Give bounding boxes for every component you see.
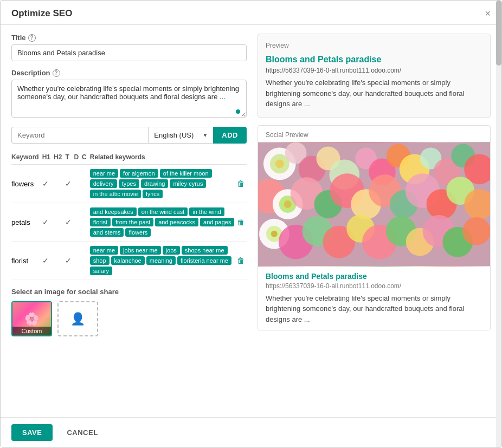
social-preview-image [258, 142, 490, 267]
table-row: flowers ✓ ✓ near mefor algernonof the ki… [11, 165, 247, 203]
preview-label: Preview [266, 42, 482, 49]
custom-image-label: Custom [12, 327, 51, 335]
description-textarea[interactable]: Whether you're celebrating life's specia… [11, 80, 247, 118]
cancel-button[interactable]: CANCEL [58, 424, 106, 441]
check-icon: ✓ [65, 218, 72, 226]
social-image-section: Select an image for social share 🌸 Custo… [11, 288, 247, 336]
title-input[interactable] [11, 44, 247, 61]
h1-cell: ✓ [42, 242, 54, 280]
keyword-tag: shops near me [182, 246, 228, 255]
keyword-tag: in the attic movie [90, 190, 141, 198]
check-icon: ✓ [65, 179, 72, 188]
title-label: Title ? [11, 34, 247, 42]
keyword-cell: florist [11, 242, 42, 280]
tags-cell: near mejobs near mejobsshops near meshop… [90, 242, 237, 280]
col-t: T [65, 151, 74, 165]
language-select[interactable]: English (US) ▼ [148, 127, 213, 144]
table-row: florist ✓ ✓ near mejobs near mejobsshops… [11, 242, 247, 280]
keywords-table: Keyword H1 H2 T D C Related keywords flo… [11, 151, 247, 280]
description-help-icon[interactable]: ? [53, 69, 60, 77]
keyword-tag: shop [90, 256, 110, 265]
check-icon: ✓ [42, 256, 49, 265]
keyword-tag: for algernon [120, 169, 158, 178]
chevron-down-icon: ▼ [202, 132, 208, 138]
keyword-tag: flowers [125, 228, 151, 237]
col-h2: H2 [54, 151, 65, 165]
c-cell [82, 242, 90, 280]
keyword-tag: drawing [141, 179, 169, 188]
custom-image-thumb[interactable]: 🌸 Custom [11, 301, 52, 336]
keyword-tag: jobs near me [120, 246, 161, 255]
h2-cell [54, 242, 65, 280]
d-cell [74, 165, 82, 203]
title-field-group: Title ? [11, 34, 247, 61]
keywords-input-row: English (US) ▼ ADD [11, 127, 247, 144]
delete-icon[interactable]: 🗑 [237, 256, 244, 265]
keyword-tag: on the wind cast [138, 207, 188, 216]
keyword-tag: and peacocks [155, 218, 198, 226]
dialog-footer: SAVE CANCEL [1, 417, 501, 447]
scrollbar-track[interactable] [496, 25, 501, 417]
d-cell [74, 242, 82, 280]
keyword-tag: and pages [200, 218, 234, 226]
description-label: Description ? [11, 69, 247, 77]
keyword-tag: delivery [90, 179, 117, 188]
dialog-body: Title ? Description ? Whether you're cel… [1, 25, 501, 417]
t-cell: ✓ [65, 203, 74, 242]
keyword-tag: from the past [112, 218, 153, 226]
flowers-svg [258, 142, 490, 267]
c-cell [82, 165, 90, 203]
c-cell [82, 203, 90, 242]
social-preview-description: Whether you're celebrating life's specia… [266, 293, 482, 325]
delete-icon[interactable]: 🗑 [237, 218, 244, 226]
check-icon: ✓ [42, 218, 49, 226]
description-field-group: Description ? Whether you're celebrating… [11, 69, 247, 119]
language-value: English (US) [154, 131, 194, 139]
check-icon: ✓ [65, 256, 72, 265]
left-panel: Title ? Description ? Whether you're cel… [11, 34, 247, 408]
add-image-thumb[interactable]: 👤 [57, 301, 98, 336]
col-keyword: Keyword [11, 151, 42, 165]
right-panel: Preview Blooms and Petals paradise https… [258, 34, 491, 408]
social-preview-url: https://56337039-16-0-all.runbot111.odoo… [266, 282, 482, 290]
svg-point-42 [271, 230, 278, 237]
preview-title: Blooms and Petals paradise [266, 55, 482, 64]
keyword-tag: and stems [90, 228, 124, 237]
h2-cell [54, 165, 65, 203]
keyword-tag: miley cyrus [170, 179, 206, 188]
delete-cell: 🗑 [237, 242, 247, 280]
keyword-tag: meaning [146, 256, 176, 265]
h1-cell: ✓ [42, 165, 54, 203]
save-button[interactable]: SAVE [11, 424, 53, 441]
delete-cell: 🗑 [237, 165, 247, 203]
keyword-tag: near me [90, 169, 118, 178]
scrollbar-thumb[interactable] [496, 25, 501, 66]
preview-url: https://56337039-16-0-all.runbot111.odoo… [266, 67, 482, 74]
preview-description: Whether you're celebrating life's specia… [266, 77, 482, 109]
image-thumbnails-row: 🌸 Custom 👤 [11, 301, 247, 336]
delete-icon[interactable]: 🗑 [237, 179, 244, 188]
col-related: Related keywords [90, 151, 237, 165]
textarea-dot [236, 109, 240, 114]
keyword-tag: salary [90, 267, 112, 275]
add-keyword-button[interactable]: ADD [213, 127, 247, 144]
keyword-tag: lyrics [143, 190, 163, 198]
d-cell [74, 203, 82, 242]
social-preview-box: Social Preview [258, 125, 491, 331]
table-row: petals ✓ ✓ and keepsakeson the wind cast… [11, 203, 247, 242]
keyword-input[interactable] [11, 127, 148, 144]
keyword-cell: flowers [11, 165, 42, 203]
keyword-tag: in the wind [189, 207, 224, 216]
dialog-title: Optimize SEO [11, 8, 72, 19]
social-preview-title: Blooms and Petals paradise [266, 272, 482, 281]
svg-point-41 [284, 200, 292, 208]
title-help-icon[interactable]: ? [28, 34, 36, 42]
keyword-tag: of the killer moon [160, 169, 212, 178]
close-button[interactable]: × [485, 9, 491, 18]
col-c: C [82, 151, 90, 165]
svg-point-40 [275, 159, 284, 168]
check-icon: ✓ [42, 179, 49, 188]
delete-cell: 🗑 [237, 203, 247, 242]
svg-point-39 [462, 217, 490, 245]
tags-cell: near mefor algernonof the killer moondel… [90, 165, 237, 203]
